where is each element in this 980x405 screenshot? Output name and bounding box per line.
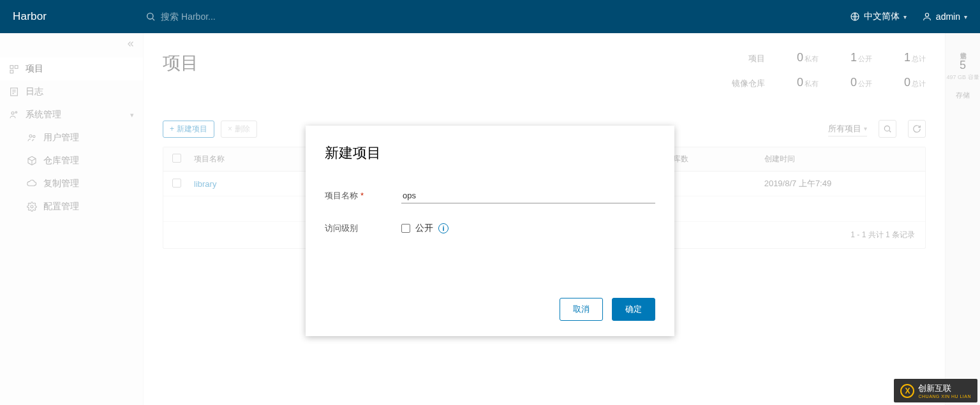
user-icon bbox=[922, 11, 932, 22]
new-project-modal: 新建项目 项目名称* 访问级别 公开 i 取消 确定 bbox=[306, 126, 674, 336]
cancel-button[interactable]: 取消 bbox=[560, 298, 603, 321]
confirm-button[interactable]: 确定 bbox=[612, 298, 655, 321]
watermark: X 创新互联 CHUANG XIN HU LIAN bbox=[894, 379, 977, 402]
svg-point-0 bbox=[147, 13, 153, 19]
global-search[interactable] bbox=[145, 11, 301, 22]
chevron-down-icon: ▾ bbox=[964, 13, 967, 20]
watermark-text: 创新互联 bbox=[918, 383, 951, 393]
project-name-input[interactable] bbox=[401, 188, 655, 203]
app-header: Harbor 中文简体 ▾ admin ▾ bbox=[0, 0, 980, 33]
info-icon[interactable]: i bbox=[438, 223, 449, 233]
chevron-down-icon: ▾ bbox=[903, 13, 907, 20]
search-icon bbox=[145, 11, 156, 22]
search-input[interactable] bbox=[161, 11, 301, 22]
watermark-subtext: CHUANG XIN HU LIAN bbox=[918, 394, 971, 399]
modal-overlay[interactable]: 新建项目 项目名称* 访问级别 公开 i 取消 确定 bbox=[0, 33, 980, 405]
globe-icon bbox=[850, 11, 860, 22]
svg-point-3 bbox=[925, 13, 928, 17]
user-menu[interactable]: admin ▾ bbox=[922, 11, 967, 22]
public-checkbox[interactable] bbox=[401, 224, 410, 233]
user-label: admin bbox=[936, 11, 960, 22]
watermark-logo-icon: X bbox=[900, 384, 914, 398]
brand: Harbor bbox=[13, 10, 47, 23]
modal-title: 新建项目 bbox=[325, 144, 655, 163]
project-name-label: 项目名称* bbox=[325, 190, 401, 202]
language-label: 中文简体 bbox=[864, 11, 900, 22]
required-asterisk: * bbox=[360, 191, 364, 200]
access-level-label: 访问级别 bbox=[325, 223, 401, 234]
language-switcher[interactable]: 中文简体 ▾ bbox=[850, 11, 907, 22]
public-checkbox-label: 公开 bbox=[415, 223, 433, 234]
svg-line-1 bbox=[152, 18, 154, 20]
